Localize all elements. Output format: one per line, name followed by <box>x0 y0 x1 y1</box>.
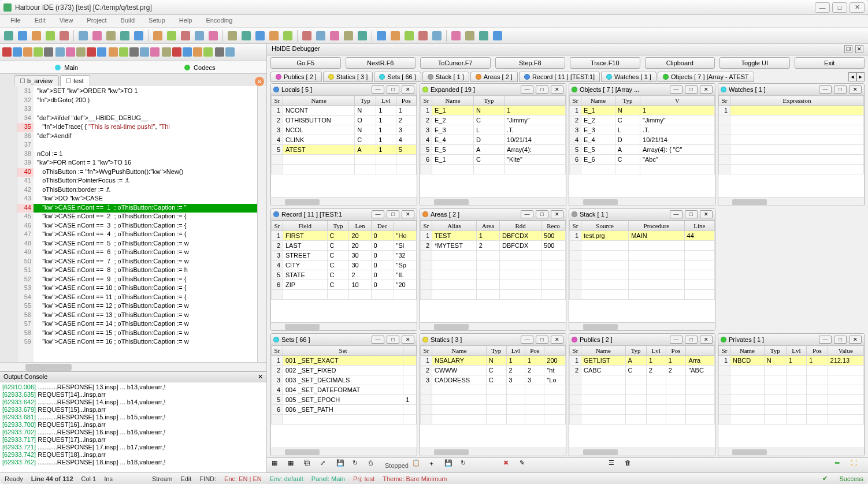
panel-scrollbar[interactable] <box>271 322 417 330</box>
add-icon[interactable]: ＋ <box>428 459 441 472</box>
console-body[interactable]: [62910.006] ...........RESPONSE[ 13.insp… <box>0 382 266 472</box>
table-row[interactable]: 2CWWWC22"ht <box>421 366 566 375</box>
tool-button-8[interactable] <box>118 29 131 42</box>
top-tab[interactable]: Stack [ 1 ] <box>422 72 469 82</box>
tool-button-0[interactable] <box>2 29 15 42</box>
table-row[interactable]: 4004 _SET_DATEFORMAT <box>272 385 417 395</box>
top-tab[interactable]: Record [ 11 ] [TEST:1] <box>519 72 600 82</box>
menu-project[interactable]: Project <box>80 15 113 27</box>
file-tab-b_arview[interactable]: b_arview <box>14 75 59 86</box>
trash-icon[interactable]: 🗑 <box>625 459 637 472</box>
tool-button-4[interactable] <box>44 47 53 58</box>
top-tab[interactable]: Statics [ 3 ] <box>323 72 373 82</box>
panel-max-icon[interactable]: □ <box>536 85 548 94</box>
tool-button-9[interactable] <box>97 47 106 58</box>
tool-button-16[interactable] <box>240 29 253 42</box>
code-area[interactable]: "kw">SET "kw">ORDER "kw">TO 1"fn">dbGoto… <box>34 86 257 362</box>
table-row[interactable]: 5STATEC20"IL <box>272 270 417 280</box>
table-row[interactable]: 5E_5AArray(4): { "C" <box>570 145 715 155</box>
panel-table[interactable]: SrNameTyp1E_1N12E_2C"Jimmy"3E_3L.T.4E_4D… <box>420 95 566 174</box>
dbg-btn-tocursor-f7[interactable]: ToCursor.F7 <box>420 57 491 69</box>
table-row[interactable]: 6 E_1C"Kite" <box>421 155 566 165</box>
grid-icon[interactable]: ▦ <box>272 459 284 472</box>
panel-max-icon[interactable]: □ <box>834 336 847 344</box>
tool-button-29[interactable] <box>431 29 443 42</box>
tool-button-13[interactable] <box>140 47 149 58</box>
redo-icon[interactable]: ↻ <box>461 459 473 472</box>
tool-button-20[interactable] <box>215 47 224 58</box>
menu-file[interactable]: File <box>3 15 28 27</box>
close-button[interactable]: ✕ <box>850 2 865 13</box>
panel-table[interactable]: SrFieldTypLenDec1FIRSTC200"Ho2LASTC200"S… <box>271 221 417 300</box>
code-editor[interactable]: 3132333435363738394041424344454647484950… <box>0 86 266 362</box>
panel-max-icon[interactable]: □ <box>685 210 698 218</box>
table-row[interactable]: 1NSALARYN11200 <box>421 356 566 366</box>
panel-min-icon[interactable]: — <box>819 336 832 344</box>
panel-scrollbar[interactable] <box>569 322 715 330</box>
fullscreen-icon[interactable]: ⛶ <box>851 459 863 472</box>
table-row[interactable]: 6006 _SET_PATH <box>272 405 417 415</box>
clipboard-icon[interactable]: 📋 <box>412 459 425 472</box>
tool-button-24[interactable] <box>356 29 369 42</box>
dbg-btn-clipboard[interactable]: Clipboard <box>645 57 715 69</box>
tabs-next[interactable]: ► <box>856 72 865 81</box>
panel-close-icon[interactable]: ✕ <box>402 336 414 344</box>
tool-button-2[interactable] <box>30 29 43 42</box>
table-row[interactable]: 3E_3L.T. <box>421 125 566 135</box>
tool-button-9[interactable] <box>132 29 145 42</box>
top-tab[interactable]: Objects [ 7 ] [Array - ATEST <box>658 72 754 82</box>
tool-button-17[interactable] <box>183 47 192 58</box>
menu-edit[interactable]: Edit <box>28 15 53 27</box>
panel-min-icon[interactable]: — <box>372 336 384 344</box>
tool-button-14[interactable] <box>150 47 159 58</box>
disk-icon[interactable]: 💾 <box>444 459 457 472</box>
dbg-btn-exit[interactable]: Exit <box>795 57 865 69</box>
panel-close-icon[interactable]: ✕ <box>849 85 862 94</box>
table-row[interactable]: 4CLINKC14 <box>272 135 417 145</box>
tool-button-6[interactable] <box>66 47 75 58</box>
tool-button-11[interactable] <box>165 29 178 42</box>
panel-table[interactable]: SrExpression1 <box>718 95 864 174</box>
table-row[interactable]: 1GETLISTA11Arra <box>570 356 715 366</box>
tool-button-1[interactable] <box>16 29 29 42</box>
table-row[interactable]: 3NCOLN13 <box>272 125 417 135</box>
panel-min-icon[interactable]: — <box>670 210 682 218</box>
panel-close-icon[interactable]: ✕ <box>402 210 414 218</box>
panel-table[interactable]: SrAliasAreaRddReco1TEST1DBFCDX5002*MYTES… <box>420 221 566 300</box>
tool-button-33[interactable] <box>491 29 504 42</box>
panel-min-icon[interactable]: — <box>670 336 682 344</box>
panel-close-icon[interactable]: ✕ <box>700 85 713 94</box>
panel-table[interactable]: SrSourceProcedureLine1test.prgMAIN44 <box>569 221 715 300</box>
tool-button-7[interactable] <box>105 29 117 42</box>
menu-setup[interactable]: Setup <box>142 15 172 27</box>
wand-icon[interactable]: ✎ <box>520 459 532 472</box>
panel-max-icon[interactable]: □ <box>834 85 847 94</box>
expand-icon[interactable]: ⤢ <box>320 459 333 472</box>
table-row[interactable]: 5005 _SET_EPOCH1 <box>272 395 417 405</box>
dbg-btn-step-f8[interactable]: Step.F8 <box>495 57 566 69</box>
panel-scrollbar[interactable] <box>718 448 864 456</box>
refresh-icon[interactable]: ↻ <box>353 459 365 472</box>
tool-button-23[interactable] <box>342 29 355 42</box>
tool-button-11[interactable] <box>119 47 128 58</box>
tool-button-21[interactable] <box>225 47 235 58</box>
panel-close-icon[interactable]: ✕ <box>551 210 563 218</box>
tool-button-10[interactable] <box>109 47 118 58</box>
menu-help[interactable]: Help <box>172 15 199 27</box>
tool-button-3[interactable] <box>34 47 43 58</box>
tool-button-21[interactable] <box>314 29 327 42</box>
tool-button-25[interactable] <box>375 29 388 42</box>
tool-button-27[interactable] <box>403 29 416 42</box>
panel-scrollbar[interactable] <box>569 448 715 456</box>
panel-max-icon[interactable]: □ <box>387 210 399 218</box>
grid2-icon[interactable]: ▦ <box>288 459 301 472</box>
tool-button-5[interactable] <box>55 47 65 58</box>
menu-encoding[interactable]: Encoding <box>199 15 239 27</box>
print-icon[interactable]: ⎙ <box>369 459 381 472</box>
menu-build[interactable]: Build <box>114 15 142 27</box>
horizontal-scrollbar[interactable] <box>0 362 266 371</box>
table-row[interactable]: 1TEST1DBFCDX500 <box>421 230 566 240</box>
table-row[interactable]: 5ATESTA15 <box>272 145 417 155</box>
tool-button-18[interactable] <box>268 29 280 42</box>
tool-button-3[interactable] <box>44 29 57 42</box>
